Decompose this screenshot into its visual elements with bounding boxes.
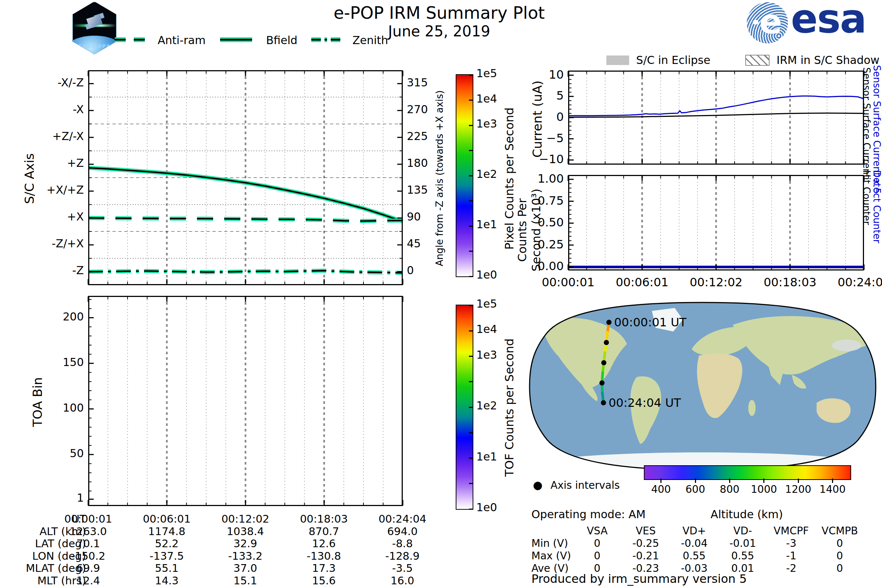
toa-ytick-label: 150 bbox=[15, 357, 84, 368]
ephemeris-cell: -150.2 bbox=[48, 550, 129, 562]
counts-ytick-label: 0.25 bbox=[508, 238, 564, 250]
sc-axis-ytick-label: +Z bbox=[15, 158, 84, 169]
right-xtick-label: 00:24:04 bbox=[824, 276, 882, 288]
cassiope-label: CASSIOPE bbox=[73, 44, 116, 49]
ephemeris-cell: 15.1 bbox=[205, 574, 286, 587]
shadow-label: IRM in S/C Shadow bbox=[777, 54, 879, 66]
voltage-col-header: VSA bbox=[575, 525, 619, 537]
ephemeris-cell: 17.3 bbox=[284, 562, 364, 574]
voltage-row-label: Max (V) bbox=[531, 550, 571, 562]
voltage-cell: 0.01 bbox=[721, 562, 765, 574]
ephemeris-cell: 1038.4 bbox=[205, 525, 286, 538]
pixel-cb-tick-label: 1e3 bbox=[476, 118, 517, 129]
right-xtick-label: 00:00:01 bbox=[528, 276, 609, 288]
colorbar-tick bbox=[469, 250, 473, 252]
voltage-cell: -0.01 bbox=[721, 537, 765, 549]
esa-logo-text: esa bbox=[791, 0, 866, 42]
counts-ytick-label: 0.00 bbox=[508, 260, 564, 272]
current-ytick-label: −10 bbox=[508, 153, 564, 165]
voltage-col-header: VES bbox=[624, 525, 668, 537]
current-ytick-label: 10 bbox=[508, 69, 564, 81]
voltage-cell: -0.04 bbox=[672, 537, 716, 549]
voltage-col-header: VD- bbox=[721, 525, 765, 537]
colorbar-tick bbox=[469, 100, 473, 101]
colorbar-tick bbox=[469, 458, 473, 459]
voltage-cell: -0.03 bbox=[672, 562, 716, 574]
altitude-tick bbox=[695, 478, 696, 483]
voltage-cell: 0 bbox=[818, 550, 862, 562]
voltage-cell: 0.55 bbox=[672, 550, 716, 562]
voltage-cell: -0.25 bbox=[624, 537, 668, 549]
ephemeris-cell: 32.9 bbox=[205, 537, 286, 550]
right-xtick-label: 00:18:03 bbox=[750, 276, 831, 288]
tof-cb-tick-label: 1e0 bbox=[476, 502, 517, 513]
summary-plot-page: CASSIOPE e-POP IRM Summary Plot June 25,… bbox=[0, 0, 882, 588]
ephemeris-cell: 37.0 bbox=[205, 562, 286, 574]
voltage-cell: 0 bbox=[575, 562, 619, 574]
angle-ytick-label: 180 bbox=[407, 158, 440, 169]
sc-axis-legend: Anti-ram Bfield Zenith bbox=[110, 33, 404, 48]
ephemeris-cell: 12.6 bbox=[284, 537, 364, 550]
voltage-cell: 0 bbox=[818, 562, 862, 574]
angle-ytick-label: 225 bbox=[407, 131, 440, 142]
world-map: 00:00:01 UT 00:24:04 UT bbox=[527, 302, 878, 471]
colorbar-tick bbox=[469, 330, 473, 332]
voltage-cell: -0.21 bbox=[624, 550, 668, 562]
voltage-cell: 0 bbox=[818, 537, 862, 549]
angle-ytick-label: 45 bbox=[407, 238, 440, 249]
current-ytick-label: −5 bbox=[508, 132, 564, 144]
colorbar-tick bbox=[469, 356, 473, 357]
ephemeris-cell: 55.1 bbox=[126, 562, 207, 574]
shadow-swatch bbox=[745, 55, 770, 66]
voltage-row-label: Ave (V) bbox=[531, 562, 568, 574]
altitude-tick-label: 1400 bbox=[810, 484, 854, 495]
detect-counter-label: Detect Counter bbox=[872, 170, 882, 251]
ephemeris-cell: 00:06:01 bbox=[126, 513, 207, 525]
altitude-colorbar-label: Altitude (km) bbox=[644, 508, 850, 521]
ephemeris-cell: -128.9 bbox=[362, 550, 443, 562]
counts-chart bbox=[568, 175, 864, 270]
current-ytick-label: 5 bbox=[508, 90, 564, 101]
voltage-cell: 0 bbox=[575, 537, 619, 549]
colorbar-tick bbox=[469, 200, 473, 201]
ephemeris-cell: 00:24:04 bbox=[362, 513, 443, 525]
eclipse-legend: S/C in Eclipse IRM in S/C Shadow bbox=[606, 54, 882, 67]
angle-ytick-label: 135 bbox=[407, 184, 440, 195]
tof-cb-tick-label: 1e5 bbox=[476, 298, 517, 309]
sc-axis-ytick-label: -Z/+X bbox=[15, 238, 84, 249]
ephemeris-cell: -130.8 bbox=[284, 550, 364, 562]
ephemeris-cell: 00:00:01 bbox=[48, 513, 129, 525]
ephemeris-cell: -133.2 bbox=[205, 550, 286, 562]
colorbar-tick bbox=[469, 432, 473, 433]
pixel-cb-tick-label: 1e1 bbox=[476, 219, 517, 230]
ephemeris-cell: 694.0 bbox=[362, 525, 443, 538]
eclipse-swatch bbox=[606, 56, 629, 65]
counts-ytick-label: 0.50 bbox=[508, 216, 564, 228]
current-ytick-label: 0 bbox=[508, 111, 564, 123]
altitude-colorbar bbox=[644, 465, 851, 480]
voltage-cell: -3 bbox=[769, 537, 813, 549]
altitude-tick bbox=[763, 478, 764, 483]
colorbar-tick bbox=[469, 305, 473, 306]
angle-ytick-label: 90 bbox=[407, 212, 440, 222]
bfield-legend-line bbox=[219, 33, 254, 46]
anti-ram-legend-label: Anti-ram bbox=[158, 34, 206, 46]
angle-ytick-label: 0 bbox=[407, 265, 440, 276]
altitude-tick bbox=[832, 478, 833, 483]
voltage-cell: -0.23 bbox=[624, 562, 668, 574]
ephemeris-cell: 16.0 bbox=[362, 574, 443, 587]
voltage-cell: 0.55 bbox=[721, 550, 765, 562]
tof-cb-tick-label: 1e2 bbox=[476, 400, 517, 411]
colorbar-tick bbox=[469, 75, 473, 76]
pixel-cb-tick-label: 1e4 bbox=[476, 93, 517, 104]
axis-intervals-dot: ● bbox=[533, 478, 542, 491]
voltage-cell: 0 bbox=[575, 550, 619, 562]
tof-counts-colorbar bbox=[456, 304, 473, 510]
colorbar-tick bbox=[469, 175, 473, 176]
right-xtick-label: 00:06:01 bbox=[602, 276, 682, 288]
counts-ytick-label: 0.75 bbox=[508, 195, 564, 207]
pixel-cb-tick-label: 1e2 bbox=[476, 169, 517, 180]
tof-cb-tick-label: 1e3 bbox=[476, 350, 517, 360]
ephemeris-cell: 12.4 bbox=[48, 574, 129, 587]
ephemeris-cell: -137.5 bbox=[126, 550, 207, 562]
